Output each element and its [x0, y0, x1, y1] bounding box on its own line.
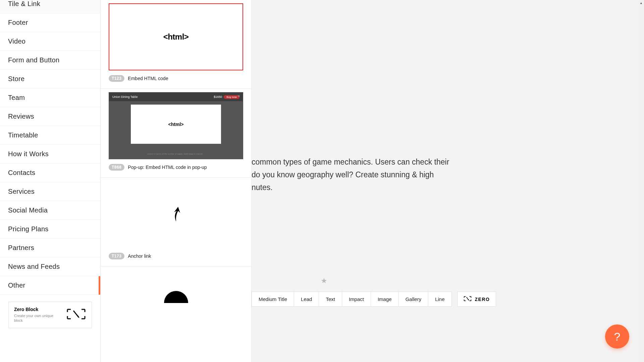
sidebar-item-label: News and Feeds	[8, 263, 60, 270]
block-title: Pop-up: Embed HTML code in pop-up	[128, 165, 207, 170]
block-preview	[109, 181, 243, 248]
toolbar-gallery[interactable]: Gallery	[399, 292, 429, 307]
arrow-up-icon	[169, 205, 183, 224]
block-item-next[interactable]	[101, 266, 251, 303]
sidebar-item-label: Social Media	[8, 206, 48, 214]
page-canvas: common types of game mechanics. Users ca…	[252, 0, 644, 362]
sidebar-item-label: Other	[8, 282, 25, 289]
sidebar-item-label: How it Works	[8, 150, 49, 158]
sidebar-item-pricing-plans[interactable]: Pricing Plans	[0, 220, 100, 239]
toolbar-line[interactable]: Line	[428, 292, 451, 307]
toolbar-lead[interactable]: Lead	[294, 292, 319, 307]
scroll-up-arrow-icon[interactable]: ▲	[638, 0, 644, 6]
sidebar-item-form-button[interactable]: Form and Button	[0, 51, 100, 70]
sidebar-item-label: Reviews	[8, 113, 34, 120]
element-toolbar: Medium Title Lead Text Impact Image Gall…	[252, 292, 496, 307]
star-icon: ★	[321, 277, 327, 285]
sidebar-item-label: Pricing Plans	[8, 225, 49, 233]
sidebar-item-partners[interactable]: Partners	[0, 239, 100, 257]
popup-header-title: Union Dining Table	[112, 95, 138, 99]
sidebar-item-contacts[interactable]: Contacts	[0, 164, 100, 182]
zero-block-title: Zero Block	[14, 307, 59, 312]
block-meta: T868 Pop-up: Embed HTML code in pop-up	[109, 164, 243, 171]
block-item-anchor-link[interactable]: T173 Anchor link	[101, 178, 251, 266]
sidebar-item-reviews[interactable]: Reviews	[0, 107, 100, 126]
html-tag-label: <html>	[168, 122, 184, 127]
help-button[interactable]: ?	[605, 324, 629, 349]
sidebar-item-services[interactable]: Services	[0, 182, 100, 201]
popup-price: $1650	[214, 95, 222, 99]
zero-block-card[interactable]: Zero Block Create your own unique block	[8, 302, 92, 328]
sidebar-item-tile-link[interactable]: Tile & Link	[0, 0, 100, 13]
popup-buy-button: Buy now	[224, 95, 239, 99]
circle-icon	[164, 291, 188, 303]
block-preview: Union Dining Table $1650 Buy now ✕ <html…	[109, 92, 243, 159]
block-meta: T173 Anchor link	[109, 253, 243, 259]
sidebar-item-store[interactable]: Store	[0, 70, 100, 88]
sidebar-item-video[interactable]: Video	[0, 32, 100, 51]
sidebar-item-news-feeds[interactable]: News and Feeds	[0, 257, 100, 276]
html-tag-label: <html>	[163, 32, 189, 42]
block-code-badge: T173	[109, 253, 124, 259]
sidebar-item-label: Video	[8, 38, 25, 45]
sidebar-item-label: Tile & Link	[8, 0, 40, 8]
sidebar-item-label: Store	[8, 75, 24, 83]
toolbar-image[interactable]: Image	[371, 292, 399, 307]
sidebar-item-footer[interactable]: Footer	[0, 13, 100, 32]
category-sidebar: Tile & Link Footer Video Form and Button…	[0, 0, 101, 362]
zero-block-text: Zero Block Create your own unique block	[14, 307, 59, 323]
sidebar-item-label: Form and Button	[8, 56, 59, 64]
block-item-popup-html[interactable]: Union Dining Table $1650 Buy now ✕ <html…	[101, 89, 251, 178]
popup-caption: section in terms of the number of pages.…	[109, 153, 243, 156]
scrollbar-track[interactable]	[638, 0, 644, 362]
close-icon: ✕	[237, 94, 240, 98]
popup-header: Union Dining Table $1650 Buy now ✕	[109, 93, 243, 101]
sidebar-item-other[interactable]: Other	[0, 276, 100, 295]
sidebar-item-social-media[interactable]: Social Media	[0, 201, 100, 220]
sidebar-item-label: Timetable	[8, 131, 38, 139]
sidebar-item-how-it-works[interactable]: How it Works	[0, 145, 100, 164]
block-code-badge: T868	[109, 164, 124, 171]
block-meta: T123 Embed HTML code	[109, 75, 243, 82]
body-paragraph: common types of game mechanics. Users ca…	[252, 156, 631, 194]
sidebar-item-team[interactable]: Team	[0, 88, 100, 107]
toolbar-zero-button[interactable]: ZERO	[457, 292, 496, 307]
block-item-embed-html[interactable]: <html> T123 Embed HTML code	[101, 0, 251, 89]
sidebar-item-label: Footer	[8, 19, 28, 26]
sidebar-item-label: Partners	[8, 244, 34, 252]
toolbar-medium-title[interactable]: Medium Title	[252, 292, 294, 307]
question-icon: ?	[614, 330, 621, 343]
sidebar-item-label: Services	[8, 188, 35, 195]
zero-bolt-icon	[464, 296, 472, 303]
block-preview: <html>	[109, 3, 243, 70]
toolbar-impact[interactable]: Impact	[342, 292, 371, 307]
toolbar-text[interactable]: Text	[319, 292, 342, 307]
sidebar-item-timetable[interactable]: Timetable	[0, 126, 100, 145]
block-title: Embed HTML code	[128, 76, 168, 81]
block-library-panel[interactable]: <html> T123 Embed HTML code Union Dining…	[101, 0, 252, 362]
zero-block-icon	[66, 308, 86, 321]
block-code-badge: T123	[109, 75, 124, 82]
popup-body: <html>	[131, 105, 221, 144]
sidebar-item-label: Team	[8, 94, 25, 102]
block-preview	[109, 270, 243, 303]
block-title: Anchor link	[128, 253, 151, 259]
zero-block-desc: Create your own unique block	[14, 313, 59, 323]
zero-label: ZERO	[475, 297, 490, 302]
sidebar-item-label: Contacts	[8, 169, 35, 177]
